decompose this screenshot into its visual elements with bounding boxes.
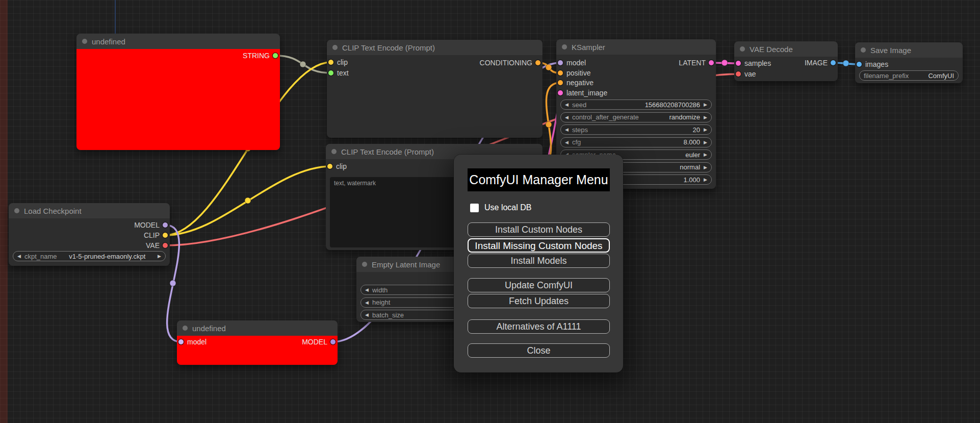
dialog-title: ComfyUI Manager Menu: [468, 168, 610, 191]
node-graph-canvas[interactable]: undefinedSTRINGCLIP Text Encode (Prompt)…: [0, 0, 980, 423]
use-local-db-checkbox[interactable]: [470, 204, 479, 212]
widget-decrement-icon[interactable]: ◀: [365, 297, 369, 308]
link-midpoint-string-to-text[interactable]: [300, 61, 306, 67]
output-slot-label: VAE: [146, 241, 160, 250]
widget-value: 20: [591, 126, 700, 134]
widget-decrement-icon[interactable]: ◀: [565, 125, 569, 135]
node-titlebar: undefined: [177, 320, 338, 336]
widget-control_after_generate[interactable]: ◀control_after_generaterandomize▶: [560, 112, 712, 122]
node-titlebar: KSampler: [556, 39, 716, 55]
node-collapse-dot-icon[interactable]: [861, 47, 866, 53]
link-midpoint-cond2-to-negative[interactable]: [546, 121, 552, 128]
output-slot-STRING[interactable]: [273, 53, 278, 58]
input-slot-vae[interactable]: [736, 71, 741, 77]
widget-label: width: [372, 286, 388, 294]
node-title: CLIP Text Encode (Prompt): [342, 43, 435, 52]
output-slot-label: LATENT: [679, 59, 706, 67]
output-slot-CONDITIONING[interactable]: [535, 60, 540, 65]
link-midpoint-model-to-model-bottom[interactable]: [170, 280, 176, 286]
dialog-button-update-comfyui[interactable]: Update ComfyUI: [468, 278, 610, 292]
widget-increment-icon[interactable]: ▶: [704, 137, 707, 147]
output-slot-IMAGE[interactable]: [831, 60, 836, 65]
widget-cfg[interactable]: ◀cfg8.000▶: [560, 137, 712, 147]
link-midpoint-clip-to-clip2[interactable]: [245, 197, 251, 204]
widget-value: 8.000: [584, 138, 700, 146]
input-slot-negative[interactable]: [558, 80, 563, 85]
input-slot-label: model: [566, 59, 586, 67]
node-title: KSampler: [572, 43, 605, 52]
dialog-button-install-models[interactable]: Install Models: [468, 254, 610, 268]
node-clip-text-encode-1[interactable]: CLIP Text Encode (Prompt)cliptextCONDITI…: [327, 40, 543, 138]
output-slot-CLIP[interactable]: [163, 233, 168, 238]
input-slot-label: text: [337, 69, 349, 77]
output-slot-label: STRING: [243, 52, 270, 60]
input-slot-label: samples: [744, 59, 771, 67]
widget-value: v1-5-pruned-emaonly.ckpt: [61, 253, 154, 260]
widget-seed[interactable]: ◀seed156680208700286▶: [560, 99, 712, 110]
node-collapse-dot-icon[interactable]: [362, 262, 367, 267]
input-slot-latent_image[interactable]: [558, 90, 563, 95]
node-collapse-dot-icon[interactable]: [332, 45, 338, 50]
output-slot-LATENT[interactable]: [709, 60, 714, 65]
node-title: Empty Latent Image: [372, 260, 440, 269]
input-slot-label: clip: [336, 162, 347, 170]
widget-decrement-icon[interactable]: ◀: [565, 99, 569, 110]
input-slot-label: model: [187, 338, 207, 346]
output-slot-MODEL[interactable]: [330, 339, 336, 344]
node-vae-decode[interactable]: VAE DecodesamplesvaeIMAGE: [734, 41, 838, 81]
input-slot-samples[interactable]: [736, 61, 741, 66]
node-title: Load Checkpoint: [24, 207, 82, 215]
widget-decrement-icon[interactable]: ◀: [565, 137, 569, 147]
output-slot-label: IMAGE: [805, 59, 828, 67]
link-midpoint-image-to-images[interactable]: [843, 60, 849, 66]
widget-decrement-icon[interactable]: ◀: [565, 112, 569, 122]
widget-increment-icon[interactable]: ▶: [704, 175, 707, 185]
node-load-checkpoint[interactable]: Load CheckpointMODELCLIPVAE◀ckpt_namev1-…: [9, 203, 170, 266]
widget-decrement-icon[interactable]: ◀: [365, 310, 369, 320]
node-save-image[interactable]: Save Imageimagesfilename_prefixComfyUI: [855, 42, 963, 83]
input-slot-images[interactable]: [857, 62, 862, 67]
input-slot-positive[interactable]: [558, 70, 563, 76]
widget-label: ckpt_name: [24, 253, 57, 260]
node-undefined-top[interactable]: undefinedSTRING: [76, 34, 280, 150]
widget-increment-icon[interactable]: ▶: [704, 150, 707, 160]
input-slot-clip[interactable]: [327, 164, 332, 169]
node-titlebar: Save Image: [855, 42, 963, 58]
dialog-button-install-custom-nodes[interactable]: Install Custom Nodes: [468, 222, 610, 237]
link-midpoint-cond1-to-positive[interactable]: [546, 64, 552, 70]
widget-steps[interactable]: ◀steps20▶: [560, 125, 712, 135]
node-collapse-dot-icon[interactable]: [740, 46, 745, 52]
node-collapse-dot-icon[interactable]: [82, 39, 87, 44]
widget-filename_prefix[interactable]: filename_prefixComfyUI: [859, 70, 959, 81]
widget-decrement-icon[interactable]: ◀: [17, 251, 21, 261]
link-midpoint-latent-to-samples[interactable]: [721, 60, 728, 66]
output-slot-VAE[interactable]: [163, 243, 168, 248]
input-slot-clip[interactable]: [328, 60, 333, 65]
widget-increment-icon[interactable]: ▶: [704, 99, 707, 110]
input-slot-model[interactable]: [558, 60, 563, 65]
node-titlebar: undefined: [76, 34, 280, 49]
node-collapse-dot-icon[interactable]: [14, 208, 19, 213]
dialog-button-install-missing-custom-nodes[interactable]: Install Missing Custom Nodes: [468, 238, 610, 253]
widget-value: randomize: [642, 113, 700, 121]
node-undefined-bottom[interactable]: undefinedmodelMODEL: [177, 320, 338, 365]
node-titlebar: VAE Decode: [734, 41, 838, 57]
widget-increment-icon[interactable]: ▶: [158, 251, 161, 261]
widget-increment-icon[interactable]: ▶: [704, 112, 707, 122]
dialog-button-fetch-updates[interactable]: Fetch Updates: [468, 294, 610, 308]
node-collapse-dot-icon[interactable]: [183, 326, 188, 331]
widget-increment-icon[interactable]: ▶: [704, 162, 707, 172]
dialog-button-alternatives-of-a1111[interactable]: Alternatives of A1111: [468, 319, 610, 334]
widget-label: control_after_generate: [572, 113, 639, 121]
input-slot-text[interactable]: [328, 70, 333, 76]
input-slot-label: vae: [744, 70, 756, 78]
widget-decrement-icon[interactable]: ◀: [365, 285, 369, 295]
dialog-button-close[interactable]: Close: [468, 343, 610, 358]
widget-ckpt_name[interactable]: ◀ckpt_namev1-5-pruned-emaonly.ckpt▶: [13, 251, 166, 261]
node-collapse-dot-icon[interactable]: [562, 44, 567, 49]
output-slot-label: CLIP: [144, 231, 160, 239]
output-slot-MODEL[interactable]: [163, 222, 168, 228]
node-collapse-dot-icon[interactable]: [331, 149, 337, 154]
input-slot-model[interactable]: [178, 339, 184, 344]
widget-increment-icon[interactable]: ▶: [704, 125, 707, 135]
